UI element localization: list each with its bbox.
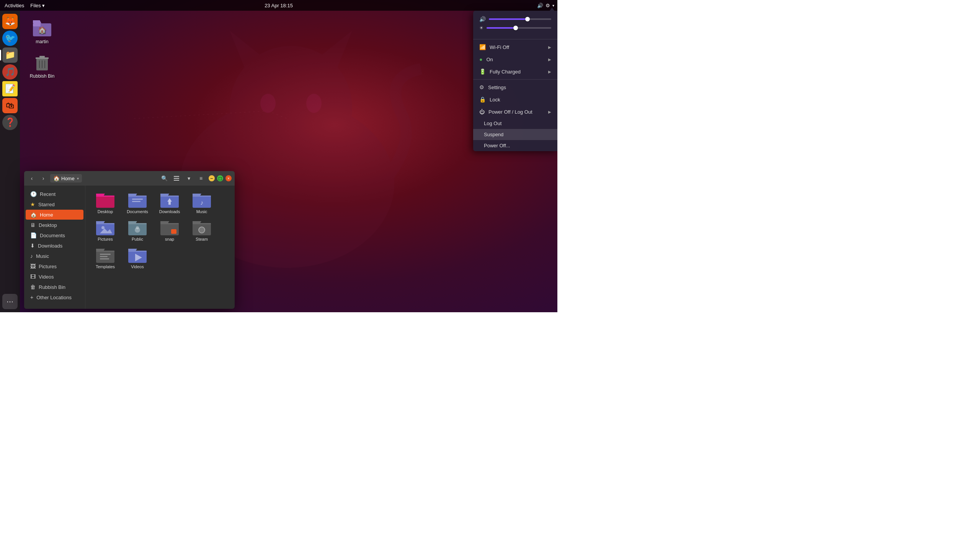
wifi-label: Wi-Fi Off	[490, 44, 509, 50]
folder-downloads-icon	[160, 192, 179, 208]
svg-rect-13	[39, 56, 45, 57]
volume-slider-thumb[interactable]	[525, 17, 530, 21]
file-manager-window: ‹ › 🏠 Home ▾ 🔍 ▾ ≡ − □	[24, 171, 235, 309]
sidebar-item-rubbish-bin[interactable]: 🗑 Rubbish Bin	[26, 282, 83, 292]
folder-public[interactable]: Public	[122, 218, 153, 244]
sidebar-item-downloads[interactable]: ⬇ Downloads	[26, 241, 83, 251]
system-panel: 🔊 ☀ 📶 Wi-Fi Off ▶ ●	[473, 11, 557, 151]
lock-menu-item[interactable]: 🔒 Lock	[473, 93, 557, 106]
videos-icon: 🎞	[30, 274, 36, 280]
system-panel-sliders: 🔊 ☀	[473, 11, 557, 37]
activities-button[interactable]: Activities	[3, 2, 26, 9]
sidebar-label-documents: Documents	[40, 233, 65, 238]
fm-close-button[interactable]: ×	[225, 175, 232, 181]
rubbish-bin-label: Rubbish Bin	[30, 73, 55, 79]
launcher-icon-rhythmbox[interactable]: 🎵	[2, 64, 18, 80]
folder-public-label: Public	[132, 237, 143, 241]
sidebar-label-music: Music	[36, 253, 49, 259]
svg-rect-17	[174, 176, 179, 177]
sidebar-item-pictures[interactable]: 🖼 Pictures	[26, 261, 83, 271]
folder-documents[interactable]: Documents	[122, 190, 153, 216]
sidebar-label-pictures: Pictures	[39, 264, 57, 269]
folder-videos-icon	[128, 248, 147, 263]
svg-rect-47	[96, 251, 114, 252]
sidebar-item-home[interactable]: 🏠 Home	[26, 210, 83, 220]
fm-search-button[interactable]: 🔍	[159, 173, 170, 184]
folder-pictures[interactable]: Pictures	[90, 218, 121, 244]
topbar-datetime: 23 Apr 18:15	[265, 3, 293, 8]
svg-point-45	[199, 227, 205, 233]
on-menu-item[interactable]: ● On ▶	[473, 53, 557, 65]
settings-label: Settings	[488, 85, 506, 90]
desktop-icon-martin[interactable]: 🏠 martin	[27, 19, 57, 44]
fm-sidebar: 🕐 Recent ★ Starred 🏠 Home 🖥 Desktop 📄	[24, 186, 85, 309]
svg-rect-52	[128, 251, 147, 252]
launcher-icon-files[interactable]: 📁	[2, 47, 18, 63]
power-arrow-icon: ▶	[548, 110, 551, 114]
on-label: On	[486, 57, 493, 62]
topbar-chevron[interactable]: ▾	[552, 3, 554, 8]
suspend-submenu-item[interactable]: Suspend	[473, 129, 557, 140]
fm-forward-button[interactable]: ›	[39, 174, 48, 183]
svg-rect-19	[174, 180, 179, 181]
battery-menu-item[interactable]: 🔋 Fully Charged ▶	[473, 65, 557, 78]
fm-toolbar-right: 🔍 ▾ ≡ − □ ×	[159, 173, 232, 184]
music-icon: ♪	[30, 253, 33, 259]
wifi-menu-item[interactable]: 📶 Wi-Fi Off ▶	[473, 41, 557, 53]
svg-rect-49	[100, 256, 108, 257]
logout-submenu-item[interactable]: Log Out	[473, 118, 557, 129]
launcher-icon-notes[interactable]: 📝	[2, 81, 18, 96]
folder-steam[interactable]: Steam	[186, 218, 217, 244]
folder-templates[interactable]: Templates	[90, 245, 121, 271]
svg-rect-25	[132, 201, 140, 202]
power-label: Power Off / Log Out	[488, 109, 532, 115]
svg-rect-20	[96, 196, 114, 208]
sidebar-item-starred[interactable]: ★ Starred	[26, 199, 83, 209]
brightness-slider-track[interactable]	[487, 27, 551, 29]
fm-minimize-button[interactable]: −	[209, 175, 215, 181]
sidebar-item-other-locations[interactable]: + Other Locations	[26, 292, 83, 302]
sidebar-item-music[interactable]: ♪ Music	[26, 251, 83, 261]
settings-icon: ⚙	[479, 84, 484, 90]
folder-music[interactable]: ♪ Music	[186, 190, 217, 216]
sidebar-item-videos[interactable]: 🎞 Videos	[26, 272, 83, 282]
fm-location-bar[interactable]: 🏠 Home ▾	[50, 174, 82, 183]
sidebar-label-starred: Starred	[38, 202, 55, 207]
folder-downloads[interactable]: Downloads	[154, 190, 185, 216]
svg-rect-41	[160, 223, 179, 224]
svg-marker-3	[314, 31, 352, 69]
brightness-slider-fill	[487, 27, 516, 29]
sidebar-item-documents[interactable]: 📄 Documents	[26, 230, 83, 240]
launcher-icon-thunderbird[interactable]: 🐦	[2, 31, 18, 46]
rubbish-bin-icon	[33, 54, 51, 72]
fm-menu-button[interactable]: ≡	[196, 173, 206, 184]
settings-menu-item[interactable]: ⚙ Settings	[473, 81, 557, 93]
folder-snap[interactable]: snap	[154, 218, 185, 244]
volume-slider-track[interactable]	[489, 18, 551, 20]
folder-templates-label: Templates	[96, 264, 115, 269]
files-menu-button[interactable]: Files ▾	[29, 2, 46, 9]
folder-videos[interactable]: Videos	[122, 245, 153, 271]
fm-back-button[interactable]: ‹	[27, 174, 36, 183]
starred-icon: ★	[30, 201, 35, 207]
fm-maximize-button[interactable]: □	[217, 175, 223, 181]
brightness-slider-thumb[interactable]	[513, 26, 518, 30]
volume-slider-fill	[489, 18, 528, 20]
lock-label: Lock	[490, 97, 500, 103]
svg-rect-44	[193, 223, 211, 224]
svg-rect-37	[128, 223, 147, 224]
fm-view-options-button[interactable]: ▾	[183, 173, 194, 184]
launcher-icon-software[interactable]: 🛍	[2, 98, 18, 113]
folder-desktop[interactable]: Desktop	[90, 190, 121, 216]
sidebar-item-recent[interactable]: 🕐 Recent	[26, 189, 83, 199]
launcher-icon-help[interactable]: ❓	[2, 115, 18, 130]
power-menu-item[interactable]: ⏻ Power Off / Log Out ▶	[473, 106, 557, 118]
power-off-submenu-item[interactable]: Power Off...	[473, 140, 557, 151]
other-locations-icon: +	[30, 294, 33, 300]
desktop-icon-rubbish-bin[interactable]: Rubbish Bin	[27, 54, 57, 79]
fm-content: Desktop Documents	[85, 186, 235, 309]
sidebar-item-desktop[interactable]: 🖥 Desktop	[26, 220, 83, 230]
fm-list-view-button[interactable]	[171, 173, 182, 184]
launcher-icon-firefox[interactable]: 🦊	[2, 14, 18, 29]
app-grid-button[interactable]: ⋯	[2, 294, 18, 309]
